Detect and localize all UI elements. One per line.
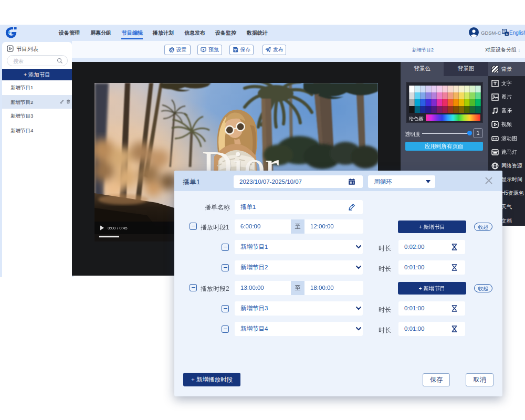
svg-text:0:00 / 0:45: 0:00 / 0:45 bbox=[108, 226, 128, 230]
svg-text:A: A bbox=[506, 33, 508, 36]
